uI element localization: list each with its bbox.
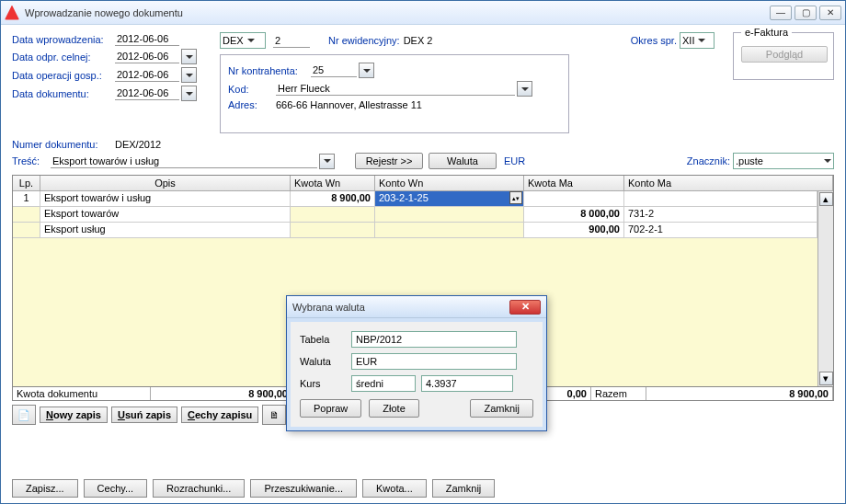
scroll-up-icon[interactable]: ▴	[819, 192, 833, 206]
scrollbar[interactable]: ▴ ▾	[817, 191, 833, 386]
btn-kwota[interactable]: Kwota...	[362, 479, 427, 498]
value-razem: 8 900,00	[646, 387, 833, 400]
value-numer-dok: DEX/2012	[115, 139, 161, 150]
label-tabela: Tabela	[300, 334, 351, 345]
btn-rozrachunki[interactable]: Rozrachunki...	[153, 479, 245, 498]
titlebar: Wprowadzanie nowego dokumentu — ▢ ✕	[1, 1, 845, 25]
table-row[interactable]: Eksport towarów 8 000,00 731-2	[13, 207, 817, 223]
label-data-odpr: Data odpr. celnej:	[12, 52, 115, 63]
spinner-icon[interactable]: ▴▾	[509, 191, 522, 204]
input-kod[interactable]: Herr Flueck	[276, 82, 515, 96]
btn-zamknij[interactable]: Zamknij	[432, 479, 496, 498]
input-kurs-val[interactable]: 4.3937	[421, 375, 513, 392]
label-kwota-dok: Kwota dokumentu	[13, 387, 151, 400]
dropdown-data-odpr[interactable]	[181, 49, 197, 64]
scroll-down-icon[interactable]: ▾	[819, 372, 833, 385]
table-header: Lp. Opis Kwota Wn Konto Wn Kwota Ma Kont…	[13, 176, 833, 191]
close-button[interactable]: ✕	[819, 6, 841, 20]
btn-podglad[interactable]: Podgląd	[741, 46, 828, 63]
table-row[interactable]: Eksport usług 900,00 702-2-1	[13, 223, 817, 238]
input-tabela[interactable]: NBP/2012	[351, 331, 517, 348]
maximize-button[interactable]: ▢	[795, 6, 817, 20]
btn-waluta[interactable]: Waluta	[429, 153, 497, 169]
bottom-buttons: Zapisz... Cechy... Rozrachunki... Przesz…	[12, 479, 495, 498]
btn-przeszukiwanie[interactable]: Przeszukiwanie...	[250, 479, 357, 498]
btn-cechy[interactable]: Cechy...	[84, 479, 148, 498]
input-kurs-type[interactable]: średni	[351, 375, 416, 392]
window-title: Wprowadzanie nowego dokumentu	[25, 7, 770, 18]
label-numer-dok: Numer dokumentu:	[12, 139, 115, 150]
label-adres: Adres:	[228, 99, 276, 110]
label-razem: Razem	[591, 387, 646, 400]
label-znacznik: Znacznik:	[687, 155, 730, 166]
th-konto-wn: Konto Wn	[375, 176, 524, 190]
input-nr-kontr[interactable]: 25	[311, 63, 357, 77]
minimize-button[interactable]: —	[770, 6, 792, 20]
value-nr-ewid: DEX 2	[404, 35, 433, 46]
cell-selected[interactable]: 203-2-1-25▴▾	[375, 191, 524, 206]
dropdown-tresc[interactable]	[319, 154, 335, 169]
btn-folder-icon[interactable]: 📄	[12, 405, 36, 425]
dropdown-data-oper[interactable]	[181, 67, 197, 83]
app-icon	[5, 6, 19, 20]
popup-title: Wybrana waluta	[292, 302, 509, 313]
value-data-oper[interactable]: 2012-06-06	[115, 68, 179, 82]
value-data-odpr[interactable]: 2012-06-06	[115, 50, 179, 63]
th-kma: Kwota Ma	[524, 176, 624, 190]
popup-close-button[interactable]: ✕	[509, 300, 541, 315]
input-waluta[interactable]: EUR	[351, 353, 517, 370]
dropdown-data-dok[interactable]	[181, 86, 197, 101]
label-tresc: Treść:	[12, 155, 51, 166]
value-data-dok[interactable]: 2012-06-06	[115, 86, 179, 100]
dropdown-kod[interactable]	[517, 81, 532, 97]
th-lp: Lp.	[13, 176, 40, 190]
table-row[interactable]: 1 Eksport towarów i usług 8 900,00 203-2…	[13, 191, 817, 207]
label-waluta: Waluta	[300, 356, 351, 367]
legend-efaktura: e-Faktura	[741, 27, 792, 38]
value-kwota-dok: 8 900,00	[151, 387, 292, 400]
value-adres: 666-66 Hannover, Allestrasse 11	[276, 99, 422, 110]
label-kod: Kod:	[228, 84, 276, 95]
th-kwn: Kwota Wn	[291, 176, 375, 190]
value-data-wprow[interactable]: 2012-06-06	[115, 32, 179, 46]
btn-usun-zapis[interactable]: Usuń zapis	[111, 407, 177, 423]
select-okres[interactable]: XII	[680, 32, 715, 49]
btn-nowy-zapis[interactable]: Nowy zapis	[40, 407, 108, 423]
btn-popup-zamknij[interactable]: Zamknij	[470, 399, 533, 418]
popup-waluta: Wybrana waluta ✕ TabelaNBP/2012 WalutaEU…	[286, 295, 547, 431]
select-doc-type[interactable]: DEX	[220, 32, 266, 49]
btn-popraw[interactable]: Popraw	[300, 399, 361, 418]
btn-zlote[interactable]: Złote	[369, 399, 418, 418]
input-doc-seq[interactable]: 2	[273, 34, 310, 48]
value-wal-code: EUR	[504, 155, 525, 166]
btn-doc-icon[interactable]: 🗎	[262, 405, 286, 425]
label-data-wprow: Data wprowadzenia:	[12, 34, 115, 45]
btn-cechy-zapisu[interactable]: Cechy zapisu	[181, 407, 258, 423]
label-nr-ewid: Nr ewidencyjny:	[328, 35, 400, 46]
label-data-dok: Data dokumentu:	[12, 88, 115, 99]
th-opis: Opis	[40, 176, 291, 190]
label-data-oper: Data operacji gosp.:	[12, 70, 115, 81]
label-kurs: Kurs	[300, 378, 351, 389]
btn-rejestr[interactable]: Rejestr >>	[355, 153, 423, 169]
content: Data wprowadzenia:2012-06-06 Data odpr. …	[1, 25, 845, 503]
label-okres: Okres spr.	[631, 35, 677, 46]
th-konto-ma: Konto Ma	[624, 176, 833, 190]
dropdown-nr-kontr[interactable]	[359, 63, 374, 78]
window: Wprowadzanie nowego dokumentu — ▢ ✕ Data…	[0, 0, 846, 504]
popup-titlebar: Wybrana waluta ✕	[287, 296, 546, 318]
btn-zapisz[interactable]: Zapisz...	[12, 479, 78, 498]
label-nr-kontr: Nr kontrahenta:	[228, 65, 311, 76]
group-kontrahent: Nr kontrahenta:25 Kod:Herr Flueck Adres:…	[220, 54, 569, 133]
group-efaktura: e-Faktura Podgląd	[733, 32, 834, 80]
input-tresc[interactable]: Eksport towarów i usług	[51, 155, 317, 168]
select-znacznik[interactable]: .puste	[733, 153, 834, 169]
